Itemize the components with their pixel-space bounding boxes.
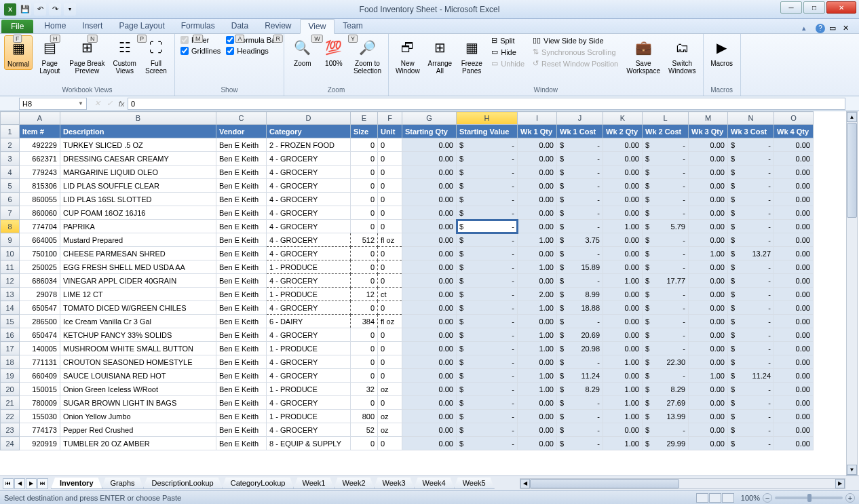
cell[interactable]: 0.00 bbox=[774, 301, 814, 315]
cell[interactable]: $- bbox=[728, 220, 774, 233]
cell[interactable]: 0 bbox=[351, 179, 378, 193]
select-all-corner[interactable] bbox=[1, 112, 20, 125]
cell[interactable]: 0.00 bbox=[603, 288, 643, 301]
cell[interactable]: 0.00 bbox=[689, 206, 728, 220]
cell[interactable]: 0 bbox=[351, 260, 378, 274]
enter-icon[interactable]: ✓ bbox=[103, 98, 115, 110]
cell[interactable]: 0.00 bbox=[774, 410, 814, 423]
cell[interactable]: 0 bbox=[351, 193, 378, 206]
cell[interactable]: 0.00 bbox=[689, 437, 728, 450]
col-header-N[interactable]: N bbox=[728, 112, 774, 125]
cell[interactable]: 4 - GROCERY bbox=[267, 220, 351, 233]
cell[interactable]: $13.27 bbox=[728, 247, 774, 260]
cell[interactable]: MUSHROOM WHITE SMALL BUTTON bbox=[60, 342, 216, 355]
cell[interactable]: LIME 12 CT bbox=[60, 288, 216, 301]
cell[interactable]: Ben E Keith bbox=[216, 410, 267, 423]
cell[interactable]: 140005 bbox=[20, 342, 60, 355]
headings-checkbox[interactable]: Headings bbox=[225, 46, 280, 56]
cell[interactable]: 1.00 bbox=[603, 410, 643, 423]
cell[interactable]: 0.00 bbox=[402, 301, 457, 315]
cell[interactable]: $- bbox=[557, 220, 603, 233]
cell[interactable]: $- bbox=[728, 410, 774, 423]
cell[interactable]: $- bbox=[557, 206, 603, 220]
cell[interactable]: $- bbox=[643, 166, 689, 179]
row-header-17[interactable]: 17 bbox=[1, 342, 20, 355]
cell[interactable]: 0 bbox=[378, 220, 402, 233]
cell[interactable]: 0.00 bbox=[402, 179, 457, 193]
cell[interactable]: $- bbox=[728, 342, 774, 355]
cell[interactable]: 0.00 bbox=[402, 383, 457, 396]
cell[interactable]: $11.24 bbox=[728, 369, 774, 383]
cell[interactable]: $- bbox=[728, 423, 774, 437]
cell[interactable]: TUMBLER 20 OZ AMBER bbox=[60, 437, 216, 450]
cell[interactable]: $- bbox=[728, 152, 774, 166]
cell[interactable]: 6 - DAIRY bbox=[267, 315, 351, 328]
tab-review[interactable]: ReviewR bbox=[256, 19, 299, 33]
cell[interactable]: 12 bbox=[351, 288, 378, 301]
cell[interactable]: Ben E Keith bbox=[216, 328, 267, 342]
last-sheet-icon[interactable]: ⏭ bbox=[37, 478, 48, 489]
cell[interactable]: 0.00 bbox=[402, 206, 457, 220]
new-window-button[interactable]: 🗗New Window bbox=[393, 35, 423, 76]
col-header-L[interactable]: L bbox=[643, 112, 689, 125]
cell[interactable]: $27.69 bbox=[643, 396, 689, 410]
row-header-15[interactable]: 15 bbox=[1, 315, 20, 328]
cell[interactable]: $- bbox=[557, 193, 603, 206]
cell[interactable]: 0.00 bbox=[402, 328, 457, 342]
cell[interactable]: $18.88 bbox=[557, 301, 603, 315]
zoom-out-icon[interactable]: − bbox=[763, 493, 772, 503]
cell[interactable]: $- bbox=[457, 342, 518, 355]
row-header-22[interactable]: 22 bbox=[1, 410, 20, 423]
cell[interactable]: 0.00 bbox=[774, 396, 814, 410]
cell[interactable]: 4 - GROCERY bbox=[267, 301, 351, 315]
row-header-13[interactable]: 13 bbox=[1, 288, 20, 301]
cell[interactable]: fl oz bbox=[378, 233, 402, 247]
scroll-down-icon[interactable]: ▼ bbox=[847, 465, 857, 475]
cell[interactable]: 0.00 bbox=[518, 179, 557, 193]
cell[interactable]: 0.00 bbox=[774, 342, 814, 355]
row-header-2[interactable]: 2 bbox=[1, 138, 20, 152]
cell[interactable]: 0.00 bbox=[689, 396, 728, 410]
cell[interactable]: 0 bbox=[351, 342, 378, 355]
cell[interactable]: LID PLAS 16SL SLOTTED bbox=[60, 193, 216, 206]
cell[interactable]: 0.00 bbox=[689, 166, 728, 179]
cell[interactable]: SAUCE LOUISIANA RED HOT bbox=[60, 369, 216, 383]
cell[interactable]: $13.99 bbox=[643, 410, 689, 423]
cell[interactable]: 0.00 bbox=[603, 179, 643, 193]
cell[interactable]: $- bbox=[457, 152, 518, 166]
cell[interactable]: $- bbox=[643, 342, 689, 355]
page-layout-view-icon[interactable] bbox=[709, 493, 721, 503]
cell[interactable]: $- bbox=[457, 328, 518, 342]
row-header-20[interactable]: 20 bbox=[1, 383, 20, 396]
restore-window-icon[interactable]: ▭ bbox=[829, 24, 839, 33]
cell[interactable]: TURKEY SLICED .5 OZ bbox=[60, 138, 216, 152]
cell[interactable]: 52 bbox=[351, 423, 378, 437]
tab-view[interactable]: ViewW bbox=[300, 19, 335, 34]
cell[interactable]: 250025 bbox=[20, 260, 60, 274]
cell[interactable]: 0.00 bbox=[518, 410, 557, 423]
cell[interactable]: $- bbox=[643, 193, 689, 206]
cell[interactable]: 0 bbox=[351, 152, 378, 166]
col-header-E[interactable]: E bbox=[351, 112, 378, 125]
cell[interactable]: $- bbox=[643, 179, 689, 193]
cell[interactable]: 0 bbox=[378, 301, 402, 315]
cell[interactable]: 4 - GROCERY bbox=[267, 355, 351, 369]
cell[interactable]: Ben E Keith bbox=[216, 423, 267, 437]
cell[interactable]: 920919 bbox=[20, 437, 60, 450]
cell[interactable]: 780009 bbox=[20, 396, 60, 410]
cell[interactable]: 4 - GROCERY bbox=[267, 193, 351, 206]
cell[interactable]: 0.00 bbox=[774, 179, 814, 193]
gridlines-checkbox[interactable]: Gridlines bbox=[179, 46, 222, 56]
cell[interactable]: $17.77 bbox=[643, 274, 689, 288]
cell[interactable]: 0 bbox=[351, 274, 378, 288]
cell[interactable]: 0.00 bbox=[518, 152, 557, 166]
zoom-slider[interactable] bbox=[775, 497, 843, 499]
sheet-tab-week3[interactable]: Week3 bbox=[374, 478, 415, 489]
cell[interactable]: 0.00 bbox=[689, 179, 728, 193]
cell[interactable]: 0.00 bbox=[689, 301, 728, 315]
minimize-button[interactable]: ─ bbox=[780, 1, 802, 14]
cell[interactable]: $- bbox=[457, 369, 518, 383]
cell[interactable]: 1.00 bbox=[689, 369, 728, 383]
cell[interactable]: 0 bbox=[378, 369, 402, 383]
cell[interactable]: 0 bbox=[351, 220, 378, 233]
